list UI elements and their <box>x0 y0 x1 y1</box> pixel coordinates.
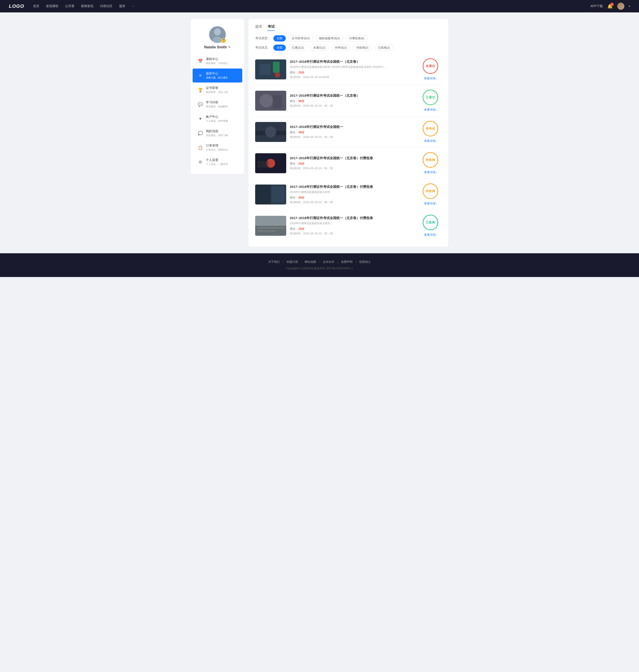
certificate-icon: 🏆 <box>198 87 203 93</box>
sidebar-item-messages[interactable]: 💭 我的消息 消息通知、及时了解 <box>192 126 242 140</box>
sidebar-item-course-center[interactable]: 📅 课程中心 精彩课程，不容错过 <box>192 54 242 68</box>
question-bank-icon: ≡ <box>198 73 203 78</box>
view-detail-6[interactable]: 查看详情 › <box>424 233 437 237</box>
status-filter-passed[interactable]: 已通过(2) <box>289 45 307 51</box>
footer-link-jobs[interactable]: 招贤纳士 <box>359 260 371 264</box>
exam-title-1: 2017–2018年行测证件考试全国统一（北京卷） <box>290 60 416 64</box>
exam-thumb-3 <box>255 122 286 142</box>
status-filter-reviewed[interactable]: 已批阅(2) <box>375 45 393 51</box>
exam-stamp-3: 待考试 <box>423 121 438 137</box>
app-download[interactable]: APP下载 <box>590 4 603 8</box>
footer-link-sitemap[interactable]: 网站地图 <box>305 260 316 264</box>
view-detail-3[interactable]: 查看详情 › <box>424 139 437 143</box>
status-filter-pending[interactable]: 待考试(2) <box>331 45 350 51</box>
footer: 关于我们 加盟代理 网站地图 合作伙伴 免费声明 招贤纳士 Copyright©… <box>0 253 639 277</box>
course-center-icon: 📅 <box>198 59 203 64</box>
sidebar-item-orders[interactable]: 📋 订单管理 订单支出、明明白白 <box>192 141 242 155</box>
exam-score-5: 得分：99分 <box>290 196 416 199</box>
exam-info-4: 2017–2018年行测证件考试全国统一（北京卷）付费批卷 得分：25分 考试时… <box>290 156 416 170</box>
svg-rect-18 <box>272 187 284 202</box>
type-filter-cert[interactable]: 证书类考试(4) <box>289 35 313 42</box>
sidebar-username: Natalie Smith ✎ <box>204 45 231 49</box>
nav-questions[interactable]: 题库 <box>119 4 125 8</box>
account-subtitle: 个人权益、实时掌握 <box>206 119 228 123</box>
footer-link-disclaimer[interactable]: 免费声明 <box>341 260 353 264</box>
sidebar-item-settings[interactable]: ⚙ 个人设置 个人信息、一键管理 <box>192 155 242 169</box>
exam-action-3: 待考试 查看详情 › <box>419 121 441 143</box>
question-bank-title: 题库中心 <box>206 71 228 76</box>
exam-action-5: 待批阅 查看详情 › <box>419 183 441 206</box>
exam-stamp-5: 待批阅 <box>423 183 438 199</box>
sidebar-item-account[interactable]: ♥ 账户中心 个人权益、实时掌握 <box>192 112 242 126</box>
messages-subtitle: 消息通知、及时了解 <box>206 134 228 137</box>
navbar: LOGO 首页 发现课程 公开课 新闻资讯 问答社区 题库 ··· APP下载 … <box>0 0 639 12</box>
type-filter-label: 考试类型： <box>255 36 271 41</box>
exam-info-6: 2017–2018年行测证件考试全国统一（北京卷）付费批卷 2018年行测考试是… <box>290 216 416 236</box>
exam-thumb-4 <box>255 153 286 173</box>
logo[interactable]: LOGO <box>9 3 24 9</box>
nav-opencourse[interactable]: 公开课 <box>65 4 74 8</box>
exam-score-3: 得分：99分 <box>290 130 416 134</box>
nav-discover[interactable]: 发现课程 <box>46 4 58 8</box>
view-detail-4[interactable]: 查看详情 › <box>424 170 437 174</box>
tab-question-bank[interactable]: 题库 <box>255 25 262 31</box>
exam-stamp-6: 已批阅 <box>423 215 438 230</box>
qa-subtitle: 课后重温、疑难解答 <box>206 105 228 108</box>
status-filter-failed[interactable]: 未通过(2) <box>310 45 329 51</box>
exam-stamp-2: 已通过 <box>423 90 438 105</box>
question-bank-subtitle: 海量习题，助力通关 <box>206 76 228 79</box>
nav-qa[interactable]: 问答社区 <box>100 4 112 8</box>
status-filter-all[interactable]: 全部 <box>274 45 286 51</box>
svg-rect-22 <box>258 230 275 232</box>
sidebar-item-qa[interactable]: 💬 学习问答 课后重温、疑难解答 <box>192 97 242 111</box>
course-center-subtitle: 精彩课程，不容错过 <box>206 62 228 65</box>
footer-link-partners[interactable]: 合作伙伴 <box>323 260 334 264</box>
exam-desc-6: 2018年行测考试是最值得多去研究 <box>290 222 416 225</box>
bell-button[interactable]: 🔔 1 <box>607 3 613 9</box>
account-icon: ♥ <box>198 116 203 121</box>
svg-point-8 <box>260 94 273 107</box>
sidebar-menu: 📅 课程中心 精彩课程，不容错过 ≡ 题库中心 海量习题，助力通关 🏆 证书荣誉… <box>191 54 244 170</box>
footer-link-about[interactable]: 关于我们 <box>268 260 280 264</box>
content-area: 题库 考试 考试类型： 全部 证书类考试(4) 随机抽题考试(5) 付费批卷(6… <box>249 19 448 246</box>
svg-rect-17 <box>255 185 271 205</box>
sidebar: 🏅 Natalie Smith ✎ 📅 课程中心 精彩课程，不容错过 ≡ 题库中… <box>191 19 244 174</box>
exam-title-6: 2017–2018年行测证件考试全国统一（北京卷）付费批卷 <box>290 216 416 220</box>
avatar-image <box>617 3 624 10</box>
exam-title-3: 2017–2018年行测证件考试全国统一 <box>290 125 416 129</box>
footer-links: 关于我们 加盟代理 网站地图 合作伙伴 免费声明 招贤纳士 <box>9 260 630 264</box>
nav-home[interactable]: 首页 <box>33 4 39 8</box>
exam-time-5: 考试时间：2019–05–03 10：09：09 <box>290 201 416 204</box>
footer-link-franchise[interactable]: 加盟代理 <box>286 260 298 264</box>
view-detail-1[interactable]: 查看详情 › <box>424 77 437 80</box>
caret-icon[interactable]: ▾ <box>629 5 630 8</box>
exam-score-6: 得分：25分 <box>290 227 416 231</box>
exam-info-3: 2017–2018年行测证件考试全国统一 得分：99分 考试时间：2019–05… <box>290 125 416 139</box>
view-detail-5[interactable]: 查看详情 › <box>424 202 437 206</box>
exam-time-3: 考试时间：2019–05–03 10：09：09 <box>290 135 416 139</box>
messages-icon: 💭 <box>198 131 203 136</box>
settings-icon: ⚙ <box>198 160 203 164</box>
tab-exam[interactable]: 考试 <box>268 25 275 31</box>
nav-more[interactable]: ··· <box>132 4 135 8</box>
settings-subtitle: 个人信息、一键管理 <box>206 163 228 166</box>
certificate-subtitle: 收获荣誉、持证上岗 <box>206 91 228 94</box>
table-row: 2017–2018年行测证件考试全国统一 得分：99分 考试时间：2019–05… <box>255 116 441 148</box>
table-row: 2017–2018年行测证件考试全国统一（北京卷）付费批卷 2018年行测考试是… <box>255 179 441 210</box>
type-filter-all[interactable]: 全部 <box>274 35 286 42</box>
nav-news[interactable]: 新闻资讯 <box>81 4 93 8</box>
exam-thumb-1 <box>255 60 286 79</box>
edit-icon[interactable]: ✎ <box>228 46 231 49</box>
exam-time-6: 考试时间：2019–05–03 10：09：09 <box>290 232 416 236</box>
sidebar-item-certificate[interactable]: 🏆 证书荣誉 收获荣誉、持证上岗 <box>192 83 242 97</box>
type-filter-random[interactable]: 随机抽题考试(5) <box>316 35 343 42</box>
view-detail-2[interactable]: 查看详情 › <box>424 108 437 112</box>
orders-icon: 📋 <box>198 145 203 150</box>
type-filter-paid[interactable]: 付费批卷(6) <box>346 35 368 42</box>
exam-score-1: 得分：25分 <box>290 70 416 75</box>
exam-title-2: 2017–2018年行测证件考试全国统一（北京卷） <box>290 94 416 98</box>
sidebar-item-question-bank[interactable]: ≡ 题库中心 海量习题，助力通关 <box>192 68 242 82</box>
avatar[interactable] <box>617 3 624 10</box>
exam-thumb-5 <box>255 185 286 205</box>
status-filter-await-review[interactable]: 待批阅(2) <box>353 45 372 51</box>
